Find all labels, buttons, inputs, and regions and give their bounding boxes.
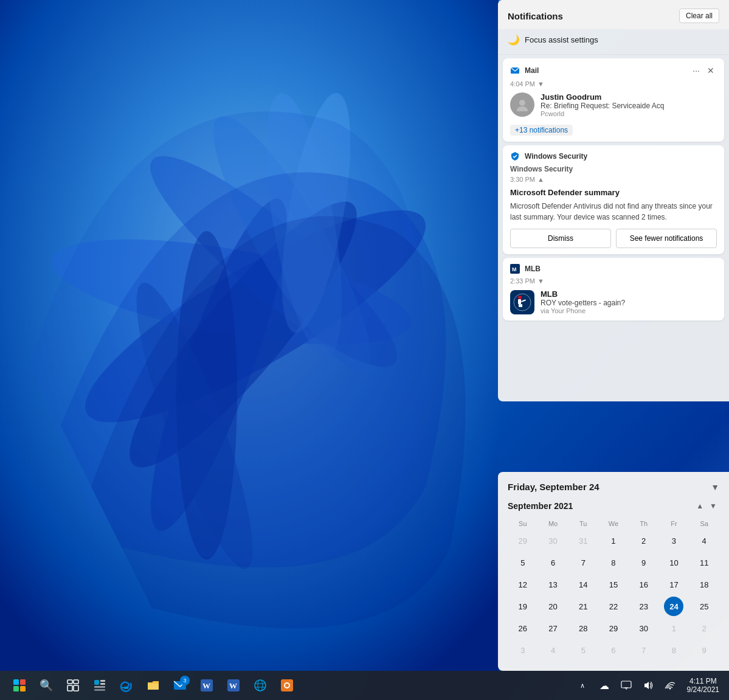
calendar-day-cell[interactable]: 3: [664, 531, 683, 550]
calendar-day-cell[interactable]: 11: [694, 553, 714, 572]
task-view-button[interactable]: [61, 673, 85, 698]
calendar-day-cell[interactable]: 17: [664, 575, 683, 594]
svg-rect-29: [74, 685, 78, 691]
svg-point-12: [519, 100, 525, 106]
svg-rect-27: [74, 680, 78, 684]
word2-button[interactable]: W: [221, 673, 246, 698]
widgets-button[interactable]: [88, 673, 112, 698]
search-button[interactable]: 🔍: [34, 673, 58, 698]
calendar-day-cell[interactable]: 4: [544, 640, 563, 660]
mlb-text-block: MLB ROY vote-getters - again? via Your P…: [541, 289, 717, 314]
calendar-day-cell[interactable]: 24: [664, 597, 683, 616]
taskbar: 🔍 3 W: [0, 671, 729, 700]
calendar-day-cell[interactable]: 1: [604, 531, 623, 550]
calendar-day-cell[interactable]: 28: [573, 619, 593, 638]
ws-see-fewer-button[interactable]: See fewer notifications: [616, 229, 717, 248]
calendar-day-cell[interactable]: 21: [573, 597, 593, 616]
calendar-day-cell[interactable]: 14: [573, 575, 593, 594]
ws-app-left: Windows Security: [510, 151, 587, 161]
svg-point-51: [669, 688, 671, 690]
ws-dismiss-button[interactable]: Dismiss: [510, 229, 611, 248]
app1-button[interactable]: [275, 673, 299, 698]
calendar-day-cell[interactable]: 7: [573, 553, 593, 572]
calendar-day-cell[interactable]: 27: [544, 619, 563, 638]
calendar-day-header: Mo: [538, 518, 568, 530]
calendar-day-cell[interactable]: 4: [694, 531, 714, 550]
calendar-day-cell[interactable]: 23: [634, 597, 654, 616]
mail-subject: Re: Briefing Request: Serviceaide Acq: [541, 102, 717, 110]
display-icon[interactable]: [617, 673, 636, 698]
calendar-weeks: 2930311234567891011121314151617181920212…: [508, 530, 719, 661]
mail-more-button[interactable]: ···: [690, 64, 702, 77]
calendar-day-cell[interactable]: 5: [573, 640, 593, 660]
calendar-day-cell[interactable]: 22: [604, 597, 623, 616]
calendar-grid: SuMoTuWeThFrSa 2930311234567891011121314…: [508, 518, 719, 661]
clock-area[interactable]: 4:11 PM 9/24/2021: [682, 673, 724, 698]
calendar-day-cell[interactable]: 1: [664, 619, 683, 638]
mail-text-block: Justin Goodrum Re: Briefing Request: Ser…: [541, 92, 717, 117]
calendar-day-cell[interactable]: 6: [604, 640, 623, 660]
wallpaper-svg: [0, 0, 499, 671]
internet-button[interactable]: [248, 673, 272, 698]
clear-all-button[interactable]: Clear all: [679, 9, 719, 23]
weather-icon[interactable]: ☁: [595, 673, 614, 698]
calendar-day-cell[interactable]: 7: [634, 640, 654, 660]
calendar-next-button[interactable]: ▼: [707, 501, 719, 511]
calendar-day-cell[interactable]: 8: [664, 640, 683, 660]
mail-notification-card: Mail ··· ✕ 4:04 PM ▼ Justin Goodrum Re: …: [503, 58, 724, 142]
mlb-app-left: M MLB: [510, 264, 541, 274]
network-icon[interactable]: [660, 673, 680, 698]
calendar-day-cell[interactable]: 30: [544, 531, 563, 550]
mail-more-notifications[interactable]: +13 notifications: [510, 125, 573, 136]
word-button[interactable]: W: [195, 673, 219, 698]
volume-icon[interactable]: [638, 673, 658, 698]
calendar-day-cell[interactable]: 29: [513, 531, 533, 550]
calendar-day-cell[interactable]: 2: [694, 619, 714, 638]
svg-rect-28: [67, 685, 72, 691]
focus-assist-settings[interactable]: 🌙 Focus assist settings: [498, 29, 729, 55]
calendar-day-cell[interactable]: 30: [634, 619, 654, 638]
mlb-app-name: MLB: [525, 265, 541, 273]
calendar-day-cell[interactable]: 15: [604, 575, 623, 594]
calendar-day-cell[interactable]: 31: [573, 531, 593, 550]
calendar-day-cell[interactable]: 20: [544, 597, 563, 616]
ws-time-row: 3:30 PM ▲: [510, 176, 717, 183]
svg-text:W: W: [229, 681, 237, 690]
calendar-day-cell[interactable]: 9: [634, 553, 654, 572]
mlb-source: via Your Phone: [541, 307, 717, 314]
calendar-day-cell[interactable]: 3: [513, 640, 533, 660]
svg-rect-33: [94, 686, 105, 688]
start-button[interactable]: [7, 673, 32, 698]
calendar-week-row: 2930311234: [508, 530, 719, 552]
ws-app-icon: [510, 151, 520, 161]
mlb-content: MLB ROY vote-getters - again? via Your P…: [510, 289, 717, 314]
edge-button[interactable]: [114, 673, 139, 698]
calendar-day-cell[interactable]: 6: [544, 553, 563, 572]
focus-assist-label: Focus assist settings: [525, 35, 598, 44]
calendar-day-cell[interactable]: 19: [513, 597, 533, 616]
calendar-day-cell[interactable]: 26: [513, 619, 533, 638]
calendar-expand-icon[interactable]: ▼: [711, 482, 719, 492]
file-explorer-button[interactable]: [141, 673, 165, 698]
system-tray-chevron[interactable]: ∧: [573, 673, 592, 698]
calendar-day-cell[interactable]: 29: [604, 619, 623, 638]
mail-close-button[interactable]: ✕: [705, 64, 717, 77]
calendar-day-cell[interactable]: 18: [694, 575, 714, 594]
ws-section-title: Microsoft Defender summary: [510, 188, 717, 197]
notif-header: Notifications Clear all: [498, 0, 729, 29]
calendar-day-cell[interactable]: 10: [664, 553, 683, 572]
calendar-day-cell[interactable]: 9: [694, 640, 714, 660]
mail-taskbar-icon-wrap[interactable]: 3: [168, 673, 192, 698]
calendar-day-cell[interactable]: 8: [604, 553, 623, 572]
calendar-nav: ▲ ▼: [694, 501, 719, 511]
svg-text:W: W: [202, 681, 210, 690]
calendar-day-cell[interactable]: 5: [513, 553, 533, 572]
calendar-day-cell[interactable]: 25: [694, 597, 714, 616]
calendar-day-cell[interactable]: 12: [513, 575, 533, 594]
ws-time: 3:30 PM: [510, 176, 535, 183]
calendar-day-cell[interactable]: 13: [544, 575, 563, 594]
svg-rect-34: [94, 689, 105, 691]
calendar-day-cell[interactable]: 16: [634, 575, 654, 594]
calendar-day-cell[interactable]: 2: [634, 531, 654, 550]
calendar-prev-button[interactable]: ▲: [694, 501, 706, 511]
